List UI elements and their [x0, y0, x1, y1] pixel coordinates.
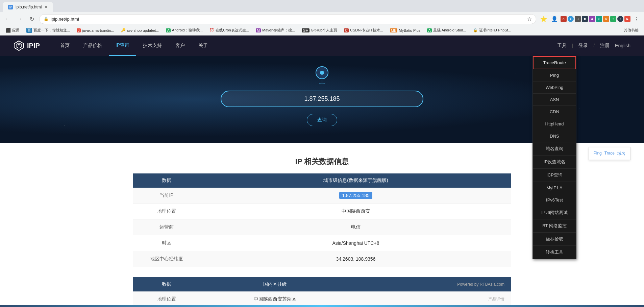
ext-icon-7[interactable]: ⚙ — [603, 16, 609, 22]
section-title: IP 相关数据信息 — [133, 157, 511, 167]
dropdown-convert[interactable]: 转换工具 — [533, 246, 576, 259]
bookmark-favicon-6: M — [256, 28, 261, 32]
nav-home[interactable]: 首页 — [53, 36, 76, 56]
bookmark-6[interactable]: M Maven存储库：搜... — [253, 27, 298, 33]
product-detail-text[interactable]: 产品详情 — [488, 297, 504, 302]
dropdown-myip[interactable]: MyIP.LA — [533, 182, 576, 194]
bookmark-favicon-8: C — [344, 28, 349, 32]
tools-domain-link[interactable]: 域名 — [617, 151, 625, 157]
nav-ip-query[interactable]: IP查询 — [109, 36, 136, 56]
ext-icon-4[interactable]: ■ — [582, 16, 588, 22]
ext-icon-5[interactable]: ◆ — [589, 16, 595, 22]
dropdown-icp[interactable]: ICP查询 — [533, 169, 576, 182]
profile-button[interactable]: 👤 — [550, 14, 559, 24]
bookmark-favicon-5: ⏰ — [209, 28, 214, 32]
nav-clients[interactable]: 客户 — [169, 36, 192, 56]
nav-pricing[interactable]: 产品价格 — [76, 36, 109, 56]
main-nav: IPIP 首页 产品价格 IP查询 技术支持 客户 关于 工具 | 登录 / 注… — [0, 36, 644, 56]
bookmark-4[interactable]: A Android：聊聊我... — [163, 27, 205, 33]
row-value-location: 中国陕西西安 — [200, 204, 511, 219]
ext-icon-2[interactable]: ● — [568, 16, 574, 22]
bookmark-2[interactable]: J javax.smartcardio... — [74, 28, 117, 33]
dropdown-asn[interactable]: ASN — [533, 94, 576, 106]
menu-button[interactable]: ⋮ — [632, 14, 641, 24]
dropdown-httphead[interactable]: HttpHead — [533, 118, 576, 130]
ext-icon-10[interactable]: ▶ — [624, 16, 630, 22]
tools-trace-link[interactable]: Trace — [604, 151, 615, 157]
bookmark-10[interactable]: A 最强 Android Stud... — [424, 27, 469, 33]
apps-icon: ⬛ — [5, 28, 11, 33]
ext-icon-3[interactable]: □ — [575, 16, 581, 22]
bookmark-favicon-9: MB — [390, 28, 398, 32]
table-row: 地区中心经纬度 34.2603, 108.9356 — [133, 251, 511, 267]
ip-search-input[interactable] — [221, 91, 423, 107]
tools-dropdown-menu: TraceRoute Ping WebPing ASN CDN HttpHead… — [532, 56, 576, 259]
nav-support[interactable]: 技术支持 — [136, 36, 169, 56]
row-label-isp: 运营商 — [133, 219, 200, 235]
dropdown-coordinates[interactable]: 坐标拾取 — [533, 233, 576, 246]
tab-title: ipip.net/ip.html — [16, 5, 42, 9]
row-value-isp: 电信 — [200, 219, 511, 235]
table1-col-data: 数据 — [133, 173, 200, 188]
dropdown-dns[interactable]: DNS — [533, 130, 576, 142]
tab-close-button[interactable]: ✕ — [44, 5, 48, 9]
nav-english[interactable]: English — [615, 43, 630, 48]
nav-divider-1: | — [572, 43, 573, 48]
table2-header-row: 数据 国内区县级 Powered by RTBAsia.com — [133, 277, 511, 291]
bookmark-5[interactable]: ⏰ 在线Cron表达式生... — [207, 27, 252, 33]
tools-ping-link[interactable]: Ping — [594, 151, 602, 157]
bookmark-label-6: Maven存储库：搜... — [262, 28, 295, 33]
bookmark-8[interactable]: C CSDN-专业IT技术... — [341, 27, 386, 33]
dropdown-cdn[interactable]: CDN — [533, 106, 576, 118]
reload-button[interactable]: ↻ — [27, 14, 36, 24]
row-value-current-ip: 1.87.255.185 — [200, 188, 511, 204]
bookmark-other[interactable]: 其他书签 — [621, 27, 641, 33]
dropdown-webping[interactable]: WebPing — [533, 81, 576, 94]
ext-icon-1[interactable]: ✕ — [561, 16, 567, 22]
ext-icon-6[interactable]: G — [596, 16, 602, 22]
dropdown-traceroute[interactable]: TraceRoute — [533, 56, 576, 69]
dropdown-ipv6test[interactable]: IPv6Test — [533, 194, 576, 206]
dropdown-bt-monitor[interactable]: BT 网络监控 — [533, 219, 576, 233]
bookmark-11[interactable]: 🔒 证书IntelliJ PhpSt... — [470, 27, 514, 33]
website: IPIP 首页 产品价格 IP查询 技术支持 客户 关于 工具 | 登录 / 注… — [0, 36, 644, 307]
nav-about[interactable]: 关于 — [192, 36, 215, 56]
ext-icon-8[interactable]: + — [610, 16, 616, 22]
bookmark-9[interactable]: MB MyBatis-Plus — [387, 28, 423, 33]
dropdown-ip-reverse[interactable]: IP反查域名 — [533, 156, 576, 169]
browser-tab[interactable]: IP ipip.net/ip.html ✕ — [3, 2, 53, 12]
ip-data-table-2: 数据 国内区县级 Powered by RTBAsia.com 地理位置 中国陕… — [133, 277, 511, 307]
table2-col-county: 国内区县级 — [200, 277, 350, 291]
forward-button[interactable]: → — [15, 14, 24, 24]
row-value-coords: 34.2603, 108.9356 — [200, 251, 511, 267]
main-content: IP 相关数据信息 数据 城市级信息(数据来源于旗舰版) 当前IP 1.87.2… — [119, 143, 525, 307]
bookmark-label-2: javax.smartcardio... — [82, 28, 114, 32]
bookmark-7[interactable]: GH GitHub个人主页 — [299, 27, 340, 33]
browser-toolbar: ← → ↻ 🔒 ipip.net/ip.html ☆ ⭐ 👤 ✕ ● □ ■ ◆… — [0, 12, 644, 26]
search-button[interactable]: 查询 — [307, 114, 337, 126]
bookmark-3[interactable]: 🔑 cvv shop updated... — [118, 27, 162, 33]
back-button[interactable]: ← — [3, 14, 12, 24]
dropdown-ping[interactable]: Ping — [533, 69, 576, 81]
nav-register[interactable]: 注册 — [600, 43, 610, 49]
dropdown-domain-query[interactable]: 域名查询 — [533, 142, 576, 156]
ext-icon-9[interactable]: ○ — [617, 16, 623, 22]
address-bar[interactable]: 🔒 ipip.net/ip.html ☆ — [39, 14, 536, 24]
table1-header-row: 数据 城市级信息(数据来源于旗舰版) — [133, 173, 511, 188]
bookmark-star-icon[interactable]: ☆ — [527, 16, 532, 22]
bookmark-1[interactable]: 百 百度一下，你就知道... — [24, 27, 73, 33]
extensions-button[interactable]: ⭐ — [539, 14, 548, 24]
table-row: 地理位置 中国陕西西安 — [133, 204, 511, 219]
bookmark-label-4: Android：聊聊我... — [172, 28, 203, 33]
bookmark-apps[interactable]: ⬛ 应用 — [3, 27, 22, 33]
bookmark-favicon-1: 百 — [26, 28, 32, 33]
table2-col-data: 数据 — [133, 277, 200, 291]
nav-tools[interactable]: 工具 — [557, 43, 567, 49]
nav-logo[interactable]: IPIP — [14, 40, 40, 51]
url-text: ipip.net/ip.html — [51, 17, 525, 22]
bookmark-favicon-10: A — [427, 28, 431, 32]
bookmark-favicon-2: J — [77, 28, 81, 32]
row2-detail-link[interactable]: 产品详情 — [350, 291, 511, 307]
dropdown-ipv6site[interactable]: IPv6网站测试 — [533, 206, 576, 219]
nav-login[interactable]: 登录 — [578, 43, 588, 49]
